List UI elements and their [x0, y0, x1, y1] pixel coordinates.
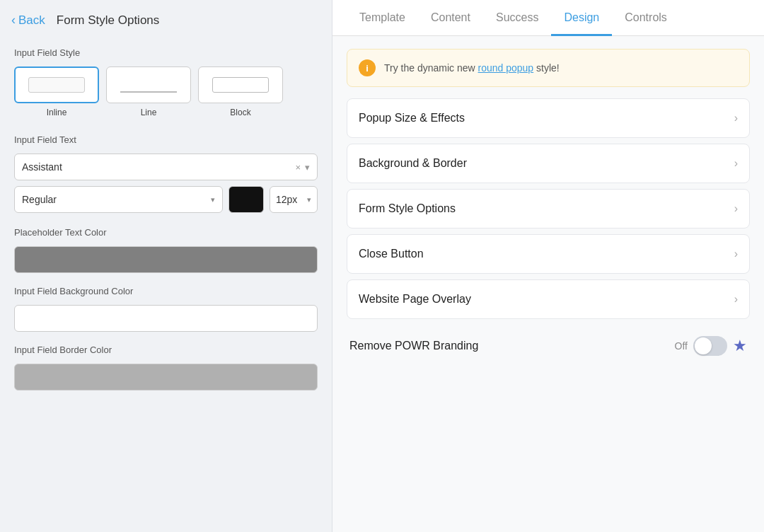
star-icon: ★: [733, 337, 747, 355]
inline-option-box[interactable]: [14, 66, 99, 103]
menu-item-form-style[interactable]: Form Style Options ›: [347, 189, 750, 229]
chevron-right-icon-3: ›: [734, 202, 738, 215]
left-panel-title: Form Style Options: [57, 13, 160, 28]
font-family-row: Assistant × ▾: [14, 154, 318, 180]
left-panel: ‹ Back Form Style Options Input Field St…: [0, 0, 332, 532]
input-border-color-bar[interactable]: [14, 364, 318, 391]
input-border-color-label: Input Field Border Color: [14, 345, 318, 355]
block-option-box[interactable]: [198, 66, 283, 103]
menu-item-close-button-label: Close Button: [359, 248, 424, 260]
info-text-after: style!: [536, 62, 560, 74]
line-preview: [120, 77, 177, 93]
menu-item-background-border-label: Background & Border: [359, 157, 467, 170]
left-content: Input Field Style Inline Line: [0, 37, 332, 532]
font-dropdown-icon[interactable]: ▾: [305, 162, 310, 173]
style-option-line[interactable]: Line: [106, 66, 191, 117]
font-color-swatch[interactable]: [228, 186, 264, 213]
info-text-before: Try the dynamic new: [384, 62, 475, 74]
info-link[interactable]: round popup: [478, 62, 534, 74]
input-bg-color-bar[interactable]: [14, 305, 318, 332]
placeholder-color-label: Placeholder Text Color: [14, 227, 318, 238]
input-bg-color-label: Input Field Background Color: [14, 286, 318, 296]
info-text: Try the dynamic new round popup style!: [384, 62, 560, 74]
block-preview: [212, 77, 269, 93]
chevron-right-icon-5: ›: [734, 293, 738, 306]
tab-content[interactable]: Content: [418, 0, 483, 36]
branding-off-label: Off: [675, 340, 688, 352]
menu-item-website-overlay[interactable]: Website Page Overlay ›: [347, 279, 750, 319]
menu-item-close-button[interactable]: Close Button ›: [347, 234, 750, 274]
toggle-knob: [695, 337, 712, 354]
branding-toggle[interactable]: [693, 336, 727, 356]
back-button[interactable]: ‹ Back: [11, 13, 45, 28]
tab-controls[interactable]: Controls: [612, 0, 680, 36]
font-weight-value: Regular: [22, 194, 57, 205]
font-weight-select[interactable]: Regular ▾: [14, 186, 223, 213]
chevron-right-icon-2: ›: [734, 157, 738, 170]
line-option-box[interactable]: [106, 66, 191, 103]
block-label: Block: [230, 108, 250, 117]
info-icon: i: [359, 59, 376, 76]
menu-item-website-overlay-label: Website Page Overlay: [359, 293, 471, 306]
branding-label: Remove POWR Branding: [349, 340, 478, 352]
style-option-inline[interactable]: Inline: [14, 66, 99, 117]
info-banner: i Try the dynamic new round popup style!: [347, 49, 750, 87]
chevron-right-icon: ›: [734, 112, 738, 125]
inline-preview: [28, 77, 85, 93]
branding-right: Off ★: [675, 336, 747, 356]
font-size-value: 12px: [276, 194, 297, 205]
tab-design[interactable]: Design: [551, 0, 612, 36]
branding-row: Remove POWR Branding Off ★: [347, 325, 750, 356]
font-options-row: Regular ▾ 12px ▾: [14, 186, 318, 213]
font-size-select[interactable]: 12px ▾: [270, 186, 318, 213]
tab-template[interactable]: Template: [347, 0, 418, 36]
line-label: Line: [141, 108, 157, 117]
menu-item-popup-size-label: Popup Size & Effects: [359, 112, 465, 125]
style-option-block[interactable]: Block: [198, 66, 283, 117]
menu-item-form-style-label: Form Style Options: [359, 202, 456, 215]
menu-item-popup-size[interactable]: Popup Size & Effects ›: [347, 98, 750, 138]
font-family-select[interactable]: Assistant × ▾: [14, 154, 318, 180]
back-chevron-icon: ‹: [11, 13, 16, 28]
font-weight-arrow: ▾: [211, 195, 215, 204]
font-select-icons: × ▾: [295, 162, 310, 173]
input-field-style-label: Input Field Style: [14, 47, 318, 58]
tab-success[interactable]: Success: [483, 0, 551, 36]
back-label: Back: [18, 13, 45, 28]
menu-item-background-border[interactable]: Background & Border ›: [347, 144, 750, 183]
chevron-right-icon-4: ›: [734, 248, 738, 260]
style-options-group: Inline Line Block: [14, 66, 318, 117]
right-panel: Template Content Success Design Controls…: [332, 0, 764, 532]
inline-label: Inline: [47, 108, 67, 117]
input-field-text-label: Input Field Text: [14, 134, 318, 145]
tabs-bar: Template Content Success Design Controls: [332, 0, 764, 36]
font-family-value: Assistant: [22, 161, 62, 173]
font-size-arrow: ▾: [307, 195, 311, 204]
font-clear-icon[interactable]: ×: [295, 162, 301, 173]
left-header: ‹ Back Form Style Options: [0, 0, 332, 37]
placeholder-color-bar[interactable]: [14, 246, 318, 273]
right-content: i Try the dynamic new round popup style!…: [332, 36, 764, 532]
